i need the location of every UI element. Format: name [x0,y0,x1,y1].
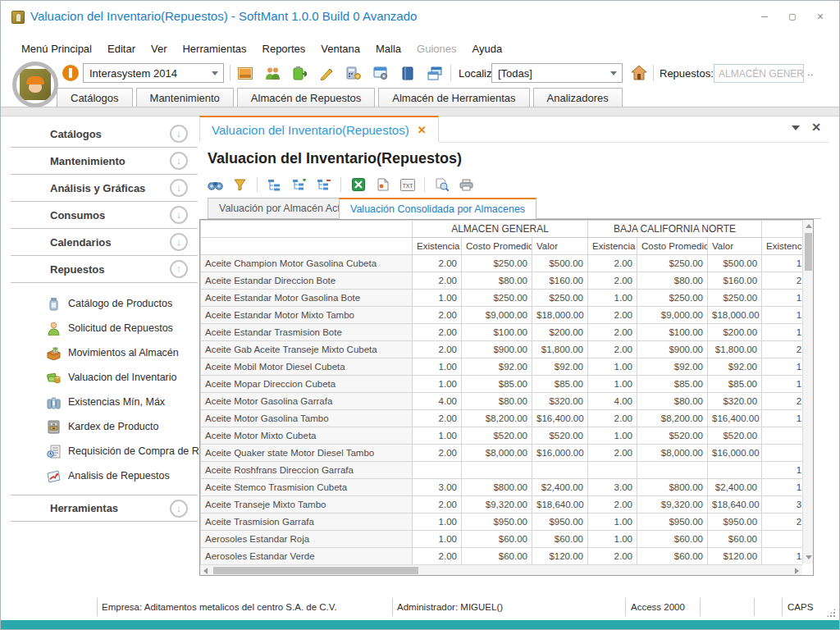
close-button[interactable]: ✕ [813,9,828,24]
value-cell[interactable]: $320.00 [532,393,588,410]
value-cell[interactable]: $8,000.00 [462,445,532,462]
value-cell[interactable]: $60.00 [462,548,532,565]
report-icon[interactable] [375,177,390,193]
product-name-cell[interactable]: Aceite Quaker state Motor Diesel Tambo [201,445,413,462]
value-cell[interactable]: 2.00 [588,272,637,290]
value-cell[interactable]: $160.00 [708,272,762,290]
expand-down-icon[interactable]: ↓ [170,500,188,518]
value-cell[interactable]: 2.00 [413,341,462,358]
scroll-right-icon[interactable] [795,568,799,574]
value-cell[interactable]: 1.00 [413,514,462,531]
value-cell[interactable]: $9,320.00 [462,496,532,514]
value-cell[interactable]: 1.00 [762,462,803,479]
table-row[interactable]: Aceite Mopar Direccion Cubeta1.00$85.00$… [201,376,804,393]
table-row[interactable]: Aceite Estandar Trasmision Bote2.00$100.… [201,324,804,341]
table-row[interactable]: Aceite Champion Motor Gasolina Cubeta2.0… [201,255,804,272]
txt-icon[interactable]: TXT [399,177,415,193]
value-cell[interactable] [532,462,588,479]
value-cell[interactable]: $60.00 [532,531,588,548]
value-cell[interactable]: $200.00 [532,324,588,341]
value-cell[interactable]: $92.00 [532,358,588,376]
sidebar-section-mantenimiento[interactable]: Mantenimiento ↓ [11,148,198,175]
product-name-cell[interactable]: Aceite Mopar Direccion Cubeta [201,376,413,393]
value-cell[interactable]: $85.00 [462,376,532,393]
sidebar-item-solicitud-de-repuestos[interactable]: Solicitud de Repuestos [11,316,198,340]
repuestos-field[interactable]: ALMACÉN GENERAL [714,64,804,83]
value-cell[interactable]: $520.00 [708,427,762,445]
value-cell[interactable]: $950.00 [462,514,532,531]
table-row[interactable]: Aerosoles Estandar Roja1.00$60.00$60.001… [201,531,804,548]
table-row[interactable]: Aerosoles Estandar Verde2.00$60.00$120.0… [201,548,804,565]
product-name-cell[interactable]: Aceite Transeje Mixto Tambo [201,496,413,514]
subtab-valuacion-consolidada[interactable]: Valuación Consolidada por Almacenes [339,198,536,219]
product-name-cell[interactable]: Aceite Estandar Motor Mixto Tambo [201,307,413,324]
sidebar-item-requisicion-de-compra[interactable]: Requisición de Compra de R... [11,439,198,463]
value-cell[interactable]: 2.00 [588,324,637,341]
value-cell[interactable]: $200.00 [708,324,762,341]
menu-herramientas[interactable]: Herramientas [182,43,246,55]
product-name-cell[interactable]: Aceite Estandar Trasmision Bote [201,324,413,341]
filter-icon[interactable] [232,177,248,193]
value-cell[interactable]: $80.00 [637,393,708,410]
value-cell[interactable]: $250.00 [637,290,708,307]
sidebar-section-consumos[interactable]: Consumos ↓ [11,202,198,229]
value-cell[interactable]: $85.00 [532,376,588,393]
value-cell[interactable]: 1.00 [762,307,803,324]
value-cell[interactable]: $9,320.00 [637,496,708,514]
value-cell[interactable]: $2,400.00 [708,479,762,496]
product-name-cell[interactable]: Aceite Champion Motor Gasolina Cubeta [201,255,413,272]
product-name-cell[interactable]: Aceite Motor Gasolina Garrafa [201,393,413,410]
edit-pencil-icon[interactable] [318,65,335,81]
value-cell[interactable]: $9,000.00 [462,307,532,324]
expand-down-icon[interactable]: ↓ [170,179,188,197]
value-cell[interactable]: $16,000.00 [708,445,762,462]
vertical-scrollbar[interactable] [802,220,813,564]
users-icon[interactable] [264,65,281,81]
value-cell[interactable]: 1.00 [588,376,637,393]
minimize-button[interactable]: – [757,9,772,24]
collapse-up-icon[interactable]: ↑ [170,260,188,278]
table-row[interactable]: Aceite Stemco Trasmision Cubeta3.00$800.… [201,479,804,496]
value-cell[interactable]: 2.00 [762,341,803,358]
column-header-existencia[interactable]: Existencia [762,238,803,255]
value-cell[interactable] [637,462,708,479]
group-header-almacen-general[interactable]: ALMACEN GENERAL [413,221,588,238]
value-cell[interactable]: $80.00 [462,393,532,410]
table-row[interactable]: Aceite Quaker state Motor Diesel Tambo2.… [201,445,804,462]
value-cell[interactable] [762,427,803,445]
value-cell[interactable] [762,531,803,548]
value-cell[interactable]: 2.00 [588,341,637,358]
sidebar-item-kardex-de-producto[interactable]: Kardex de Producto [11,414,198,439]
sidebar-section-herramientas[interactable]: Herramientas ↓ [11,495,198,522]
value-cell[interactable]: $80.00 [462,272,532,290]
value-cell[interactable]: $2,400.00 [532,479,588,496]
value-cell[interactable] [762,445,803,462]
value-cell[interactable]: $18,640.00 [532,496,588,514]
menu-malla[interactable]: Malla [376,43,401,55]
value-cell[interactable]: $250.00 [462,290,532,307]
value-cell[interactable] [462,462,532,479]
value-cell[interactable]: 1.00 [762,290,803,307]
horizontal-scroll-thumb[interactable] [213,567,418,574]
tree-icon[interactable] [267,177,282,193]
picture-icon[interactable] [237,65,253,81]
print-icon[interactable] [459,177,474,193]
value-cell[interactable]: $16,000.00 [532,445,588,462]
value-cell[interactable]: $16,400.00 [532,410,588,427]
tab-analizadores[interactable]: Analizadores [533,88,623,107]
scroll-down-icon[interactable] [806,555,812,559]
table-row[interactable]: Aceite Roshfrans Direccion Garrafa1.00 [201,462,804,479]
product-name-cell[interactable]: Aceite Estandar Direccion Bote [201,272,413,290]
expand-down-icon[interactable]: ↓ [170,125,188,143]
value-cell[interactable]: 1.00 [762,376,803,393]
user-avatar[interactable] [12,62,58,107]
value-cell[interactable]: $100.00 [462,324,532,341]
value-cell[interactable]: $80.00 [637,272,708,290]
windows-cascade-icon[interactable] [427,65,443,81]
value-cell[interactable]: $500.00 [708,255,762,272]
value-cell[interactable]: 3.00 [762,496,803,514]
value-cell[interactable]: $160.00 [532,272,588,290]
table-row[interactable]: Aceite Trasmision Garrafa1.00$950.00$950… [201,514,804,531]
product-name-cell[interactable]: Aceite Estandar Motor Gasolina Bote [201,290,413,307]
value-cell[interactable]: $250.00 [462,255,532,272]
